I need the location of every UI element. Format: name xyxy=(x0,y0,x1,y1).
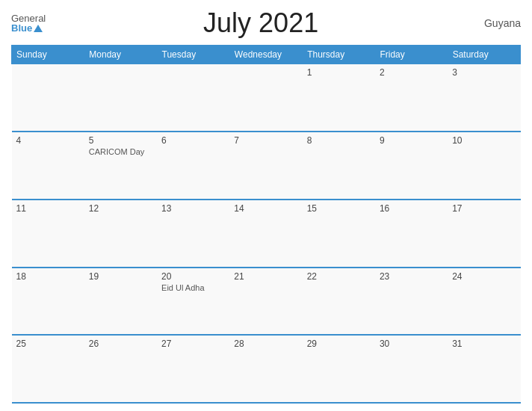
table-row: 8 xyxy=(303,132,375,200)
day-number: 21 xyxy=(234,271,297,282)
country-label: Guyana xyxy=(476,17,521,29)
day-number: 30 xyxy=(380,339,443,349)
day-number: 8 xyxy=(307,135,371,146)
holiday-label: CARICOM Day xyxy=(89,147,152,156)
table-row xyxy=(229,64,302,132)
day-number: 4 xyxy=(16,135,80,146)
header-friday: Friday xyxy=(375,46,448,64)
day-number: 7 xyxy=(234,135,297,146)
day-number: 28 xyxy=(234,339,297,349)
table-row: 20Eid Ul Adha xyxy=(157,268,229,336)
day-number: 15 xyxy=(307,203,371,214)
table-row: 21 xyxy=(229,268,302,336)
table-row: 4 xyxy=(12,132,84,200)
day-number: 31 xyxy=(452,339,516,349)
table-row: 5CARICOM Day xyxy=(84,132,157,200)
logo-triangle-icon xyxy=(34,25,43,32)
calendar-container: General Blue July 2021 Guyana Sunday Mon… xyxy=(0,0,532,411)
table-row: 1 xyxy=(303,64,375,132)
day-number: 18 xyxy=(16,271,80,282)
weekday-header-row: Sunday Monday Tuesday Wednesday Thursday… xyxy=(12,46,521,64)
logo-blue-text: Blue xyxy=(11,23,32,33)
calendar-week-row: 123 xyxy=(12,64,521,132)
table-row: 23 xyxy=(375,268,448,336)
table-row: 27 xyxy=(157,335,229,403)
day-number: 5 xyxy=(89,135,152,146)
day-number: 19 xyxy=(89,271,152,282)
table-row: 16 xyxy=(375,200,448,268)
table-row: 12 xyxy=(84,200,157,268)
day-number: 12 xyxy=(89,203,152,214)
header-saturday: Saturday xyxy=(448,46,520,64)
day-number: 26 xyxy=(89,339,152,349)
calendar-week-row: 45CARICOM Day678910 xyxy=(12,132,521,200)
holiday-label: Eid Ul Adha xyxy=(161,283,225,292)
day-number: 6 xyxy=(161,135,225,146)
table-row: 13 xyxy=(157,200,229,268)
header-tuesday: Tuesday xyxy=(157,46,229,64)
table-row: 17 xyxy=(448,200,520,268)
day-number: 14 xyxy=(234,203,297,214)
calendar-week-row: 181920Eid Ul Adha21222324 xyxy=(12,268,521,336)
table-row: 29 xyxy=(303,335,375,403)
header-monday: Monday xyxy=(84,46,157,64)
day-number: 29 xyxy=(307,339,371,349)
header-thursday: Thursday xyxy=(303,46,375,64)
table-row xyxy=(84,64,157,132)
day-number: 10 xyxy=(452,135,516,146)
table-row: 31 xyxy=(448,335,520,403)
logo: General Blue xyxy=(11,13,46,33)
table-row: 19 xyxy=(84,268,157,336)
day-number: 3 xyxy=(452,67,516,78)
table-row: 30 xyxy=(375,335,448,403)
table-row: 24 xyxy=(448,268,520,336)
day-number: 22 xyxy=(307,271,371,282)
day-number: 9 xyxy=(380,135,443,146)
day-number: 11 xyxy=(16,203,80,214)
table-row: 2 xyxy=(375,64,448,132)
table-row: 22 xyxy=(303,268,375,336)
day-number: 16 xyxy=(380,203,443,214)
table-row: 28 xyxy=(229,335,302,403)
calendar-week-row: 25262728293031 xyxy=(12,335,521,403)
table-row: 18 xyxy=(12,268,84,336)
header-sunday: Sunday xyxy=(12,46,84,64)
table-row: 25 xyxy=(12,335,84,403)
day-number: 1 xyxy=(307,67,371,78)
table-row: 10 xyxy=(448,132,520,200)
table-row: 11 xyxy=(12,200,84,268)
table-row: 14 xyxy=(229,200,302,268)
day-number: 24 xyxy=(452,271,516,282)
table-row: 6 xyxy=(157,132,229,200)
table-row xyxy=(157,64,229,132)
header-wednesday: Wednesday xyxy=(229,46,302,64)
table-row: 15 xyxy=(303,200,375,268)
day-number: 13 xyxy=(161,203,225,214)
day-number: 20 xyxy=(161,271,225,282)
table-row: 26 xyxy=(84,335,157,403)
day-number: 2 xyxy=(380,67,443,78)
table-row: 9 xyxy=(375,132,448,200)
table-row: 3 xyxy=(448,64,520,132)
table-row xyxy=(12,64,84,132)
day-number: 23 xyxy=(380,271,443,282)
calendar-week-row: 11121314151617 xyxy=(12,200,521,268)
month-title: July 2021 xyxy=(46,7,476,39)
calendar-table: Sunday Monday Tuesday Wednesday Thursday… xyxy=(11,45,521,404)
calendar-header: General Blue July 2021 Guyana xyxy=(11,7,521,39)
table-row: 7 xyxy=(229,132,302,200)
day-number: 27 xyxy=(161,339,225,349)
day-number: 17 xyxy=(452,203,516,214)
day-number: 25 xyxy=(16,339,80,349)
